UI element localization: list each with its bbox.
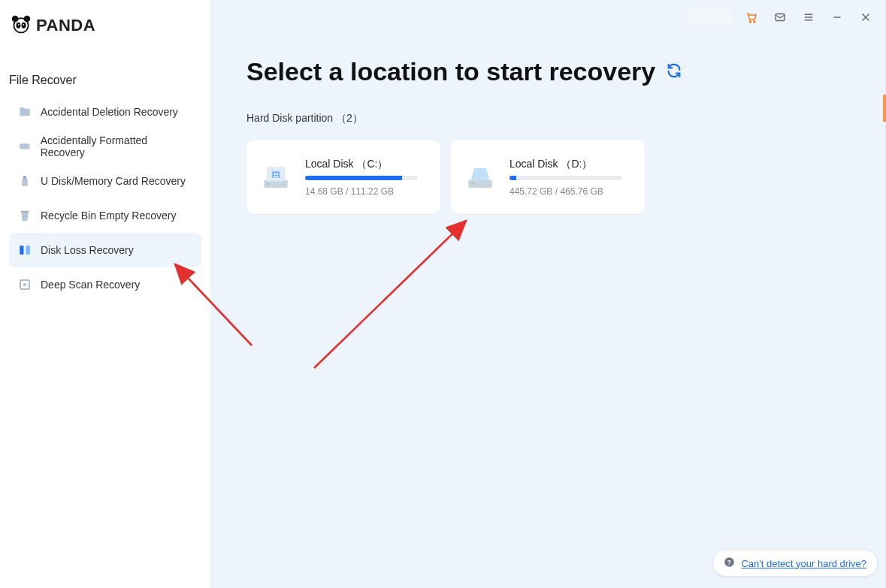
disk-name: Local Disk （D:） [510, 158, 631, 171]
system-disk-icon [260, 161, 292, 193]
sidebar-item-label: Accidental Deletion Recovery [41, 106, 178, 118]
brand-name: PANDA [36, 16, 95, 35]
disk-name: Local Disk （C:） [305, 158, 427, 171]
drive-icon [18, 140, 32, 153]
svg-point-1 [12, 16, 19, 23]
sidebar-item-label: U Disk/Memory Card Recovery [41, 175, 186, 187]
svg-text:?: ? [727, 559, 731, 566]
sidebar-item-usb[interactable]: U Disk/Memory Card Recovery [9, 164, 201, 198]
scan-icon [18, 278, 32, 291]
section-label: Hard Disk partition （2） [246, 112, 850, 125]
sidebar-item-label: Accidentally Formatted Recovery [41, 134, 192, 158]
svg-rect-13 [26, 246, 30, 255]
page-title-row: Select a location to start recovery [246, 57, 850, 86]
sidebar-item-label: Recycle Bin Empty Recovery [41, 210, 177, 222]
folder-icon [18, 105, 32, 119]
disk-usage-bar [305, 176, 418, 180]
cart-icon[interactable] [737, 3, 766, 32]
disk-capacity: 14.68 GB / 111.22 GB [305, 186, 427, 197]
sidebar-item-accidental-deletion[interactable]: Accidental Deletion Recovery [9, 95, 201, 129]
sidebar-item-label: Disk Loss Recovery [41, 244, 134, 256]
sidebar-item-disk-loss[interactable]: Disk Loss Recovery [9, 233, 201, 267]
question-icon: ? [724, 556, 735, 570]
disk-usage-fill [305, 176, 402, 180]
svg-point-16 [750, 21, 751, 23]
svg-rect-12 [20, 246, 23, 255]
minimize-icon[interactable] [823, 3, 851, 32]
svg-rect-27 [272, 171, 280, 178]
brand-logo: PANDA [0, 9, 210, 44]
user-badge[interactable] [688, 8, 734, 27]
disk-info: Local Disk （C:） 14.68 GB / 111.22 GB [305, 158, 427, 197]
disk-usage-fill [510, 176, 516, 180]
disk-card-d[interactable]: Local Disk （D:） 445.72 GB / 465.76 GB [451, 140, 645, 214]
svg-rect-9 [23, 176, 27, 179]
trash-icon [18, 209, 32, 222]
panda-icon [11, 14, 32, 38]
svg-rect-30 [274, 176, 275, 177]
partition-icon [18, 243, 32, 257]
svg-point-8 [28, 146, 29, 146]
titlebar [210, 0, 886, 35]
sidebar-item-formatted[interactable]: Accidentally Formatted Recovery [9, 129, 201, 164]
svg-rect-11 [21, 211, 29, 213]
sidebar: PANDA File Recover Accidental Deletion R… [0, 0, 210, 588]
svg-point-34 [471, 183, 473, 185]
svg-point-15 [23, 283, 27, 287]
refresh-icon[interactable] [666, 62, 682, 82]
disk-capacity: 445.72 GB / 465.76 GB [510, 186, 631, 197]
close-icon[interactable] [851, 3, 880, 32]
svg-point-3 [17, 23, 21, 29]
sidebar-item-recycle-bin[interactable]: Recycle Bin Empty Recovery [9, 198, 201, 233]
usb-icon [18, 174, 32, 188]
disk-usage-bar [510, 176, 622, 180]
mail-icon[interactable] [766, 3, 794, 32]
svg-point-2 [24, 16, 31, 23]
svg-rect-28 [274, 173, 275, 175]
sidebar-item-deep-scan[interactable]: Deep Scan Recovery [9, 267, 201, 302]
main-panel: Select a location to start recovery Hard… [210, 35, 886, 588]
svg-point-32 [267, 183, 268, 185]
svg-point-4 [22, 23, 26, 29]
disk-list: Local Disk （C:） 14.68 GB / 111.22 GB Loc… [246, 140, 850, 214]
page-title: Select a location to start recovery [246, 57, 655, 86]
help-pill[interactable]: ? Can't detect your hard drive? [713, 550, 877, 576]
svg-rect-31 [277, 176, 278, 177]
help-link[interactable]: Can't detect your hard drive? [741, 558, 866, 569]
disk-card-c[interactable]: Local Disk （C:） 14.68 GB / 111.22 GB [246, 140, 440, 214]
menu-icon[interactable] [794, 3, 823, 32]
disk-info: Local Disk （D:） 445.72 GB / 465.76 GB [510, 158, 631, 197]
edge-marker [883, 95, 886, 122]
svg-point-17 [754, 21, 755, 23]
sidebar-item-label: Deep Scan Recovery [41, 279, 140, 291]
sidebar-title: File Recover [0, 44, 210, 95]
svg-point-5 [18, 24, 20, 26]
data-disk-icon [464, 161, 496, 193]
svg-rect-29 [277, 173, 278, 175]
svg-point-6 [23, 24, 24, 26]
sidebar-nav: Accidental Deletion Recovery Accidentall… [0, 95, 210, 302]
svg-rect-10 [22, 179, 28, 186]
